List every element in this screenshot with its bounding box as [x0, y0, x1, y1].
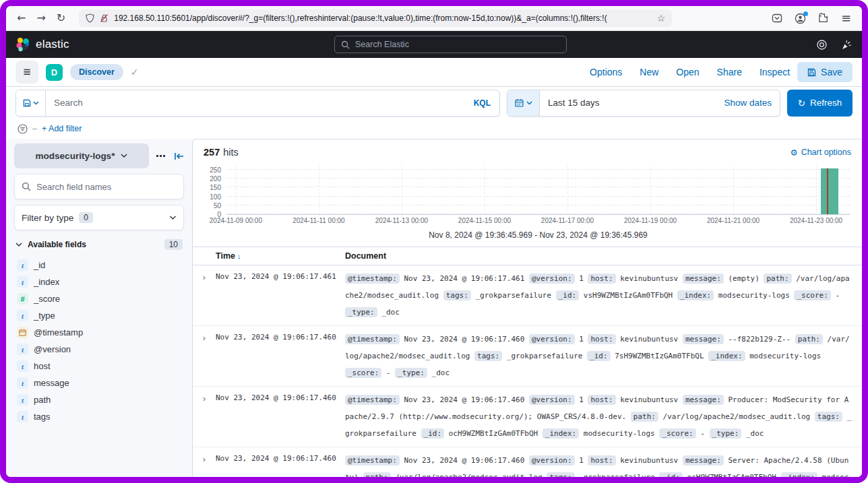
bookmark-star-icon[interactable]: ☆: [657, 13, 666, 23]
row-document: @timestamp: Nov 23, 2024 @ 19:06:17.460 …: [345, 452, 862, 477]
show-dates-button[interactable]: Show dates: [724, 90, 780, 116]
saved-check-icon: ✓: [131, 67, 139, 77]
extensions-puzzle-icon[interactable]: [818, 13, 829, 24]
table-row: ›Nov 23, 2024 @ 19:06:17.460@timestamp: …: [193, 387, 862, 447]
doc-field-label: message:: [683, 395, 724, 405]
doc-field-label: @timestamp:: [345, 273, 400, 284]
toolbar-link-new[interactable]: New: [640, 67, 658, 77]
doc-field-label: host:: [588, 395, 615, 405]
field-search[interactable]: [14, 174, 184, 199]
add-filter-button[interactable]: + Add filter: [42, 124, 82, 133]
search-input[interactable]: [46, 90, 474, 116]
newsfeed-icon[interactable]: [841, 39, 852, 51]
doc-field-label: _id:: [421, 428, 445, 439]
reload-icon[interactable]: ↻: [57, 13, 65, 24]
field-item-path[interactable]: tpath: [14, 391, 184, 408]
doc-field-label: tags:: [815, 412, 842, 422]
back-icon[interactable]: ←: [17, 13, 26, 24]
available-fields-header[interactable]: Available fields 10: [14, 239, 184, 250]
save-button[interactable]: Save: [797, 62, 852, 82]
elastic-brand: elastic: [16, 37, 69, 52]
filter-by-type[interactable]: Filter by type 0: [14, 205, 184, 230]
expand-row-icon[interactable]: ›: [193, 331, 216, 343]
save-icon: [807, 68, 816, 77]
field-item-timestamp[interactable]: @timestamp: [14, 324, 184, 341]
chevron-down-icon: [121, 154, 127, 158]
toolbar-link-inspect[interactable]: Inspect: [760, 67, 790, 77]
plot-area[interactable]: [226, 165, 850, 215]
index-options-icon[interactable]: [155, 154, 166, 158]
time-column-header[interactable]: Time↓: [216, 251, 345, 261]
current-time-marker: [827, 168, 828, 214]
y-gridline: [226, 178, 850, 179]
browser-menu-icon[interactable]: ≡: [841, 12, 851, 24]
expand-row-icon[interactable]: ›: [193, 452, 216, 464]
table-row: ›Nov 23, 2024 @ 19:06:17.460@timestamp: …: [193, 326, 862, 387]
refresh-label: Refresh: [810, 98, 842, 108]
chevron-down-icon: [169, 216, 177, 220]
field-item-_score[interactable]: #_score: [14, 290, 184, 307]
available-fields-count: 10: [164, 239, 183, 250]
time-range-value[interactable]: Last 15 days: [540, 90, 724, 116]
histogram-bar[interactable]: [821, 168, 839, 214]
pocket-icon[interactable]: [772, 13, 782, 24]
browser-toolbar: ← → ↻ 192.168.50.110:5601/app/discover#/…: [6, 6, 862, 31]
index-pattern-selector[interactable]: modsecurity-logs*: [14, 143, 149, 168]
toolbar-link-options[interactable]: Options: [590, 67, 622, 77]
gear-icon: ⚙: [790, 148, 797, 158]
filter-icon[interactable]: [18, 124, 28, 134]
field-item-_id[interactable]: t_id: [14, 257, 184, 273]
field-item-version[interactable]: t@version: [14, 341, 184, 358]
help-icon[interactable]: [816, 39, 828, 51]
field-item-message[interactable]: tmessage: [14, 375, 184, 391]
expand-row-icon[interactable]: ›: [193, 270, 216, 282]
toolbar-link-open[interactable]: Open: [676, 67, 699, 77]
kibana-menu-icon[interactable]: ≡: [16, 61, 38, 84]
doc-field-label: _type:: [395, 368, 427, 378]
refresh-button[interactable]: ↻ Refresh: [787, 90, 852, 117]
x-gridline: [236, 165, 237, 214]
x-tick-label: 2024-11-15 00:00: [458, 217, 511, 224]
breadcrumb[interactable]: Discover: [70, 64, 123, 80]
field-name: _index: [34, 277, 59, 287]
chart-options-button[interactable]: ⚙ Chart options: [790, 148, 851, 158]
field-item-_type[interactable]: t_type: [14, 307, 184, 324]
global-search[interactable]: [334, 36, 567, 53]
doc-field-label: message:: [683, 334, 724, 344]
y-gridline: [226, 187, 850, 187]
forward-icon[interactable]: →: [36, 13, 45, 24]
toolbar-link-share[interactable]: Share: [717, 67, 742, 77]
browser-actions: ≡: [772, 12, 851, 24]
expand-row-icon[interactable]: ›: [193, 391, 216, 404]
sort-desc-icon[interactable]: ↓: [237, 252, 241, 260]
elastic-logo-icon: [16, 37, 30, 52]
y-axis: 050100150200250: [199, 165, 221, 215]
calendar-icon[interactable]: [507, 90, 540, 116]
string-type-icon: t: [17, 310, 28, 321]
field-item-host[interactable]: thost: [14, 358, 184, 375]
field-search-input[interactable]: [36, 182, 177, 192]
collapse-sidebar-icon[interactable]: [173, 152, 184, 160]
doc-field-label: _type:: [345, 307, 377, 317]
kql-label[interactable]: KQL: [474, 90, 499, 116]
field-name: _type: [34, 311, 55, 321]
field-item-tags[interactable]: ttags: [14, 408, 184, 425]
space-avatar[interactable]: D: [46, 64, 63, 81]
address-bar[interactable]: 192.168.50.110:5601/app/discover#/?_g=(f…: [79, 9, 672, 27]
chart-time-range-caption: Nov 8, 2024 @ 19:36:45.969 - Nov 23, 202…: [226, 227, 850, 241]
saved-query-menu-button[interactable]: [16, 90, 46, 116]
string-type-icon: t: [17, 377, 28, 389]
y-tick-label: 150: [210, 184, 221, 191]
chevron-down-icon: [16, 243, 22, 247]
row-document: @timestamp: Nov 23, 2024 @ 19:06:17.461 …: [345, 270, 862, 321]
global-search-input[interactable]: [355, 40, 560, 49]
shield-icon: [86, 13, 94, 23]
account-icon[interactable]: [795, 13, 806, 24]
x-gridline: [567, 165, 568, 214]
doc-field-label: @timestamp:: [345, 455, 400, 465]
field-item-_index[interactable]: t_index: [14, 273, 184, 290]
y-tick-label: 50: [214, 202, 221, 210]
row-time: Nov 23, 2024 @ 19:06:17.461: [216, 270, 345, 321]
doc-field-label: path:: [363, 472, 391, 477]
field-list: t_idt_index#_scoret_type@timestampt@vers…: [14, 257, 184, 425]
